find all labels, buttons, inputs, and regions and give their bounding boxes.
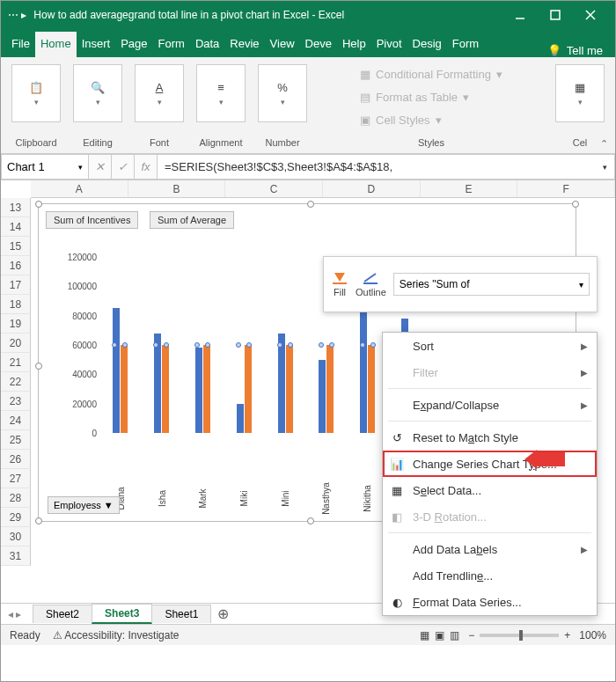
clipboard-button[interactable]: 📋▾ <box>11 64 61 122</box>
row-header[interactable]: 21 <box>1 353 31 372</box>
row-header[interactable]: 26 <box>1 450 31 469</box>
tab-page[interactable]: Page <box>115 32 152 57</box>
sheet-tab-sheet1[interactable]: Sheet1 <box>151 605 211 623</box>
font-icon: A <box>156 81 164 94</box>
cancel-formula-button[interactable]: ✕ <box>89 154 112 180</box>
tab-data[interactable]: Data <box>190 32 224 57</box>
series-selector[interactable]: Series "Sum of▾ <box>393 273 590 296</box>
menu-add-data-labels[interactable]: Add Data Labels▶ <box>383 536 597 562</box>
name-box[interactable]: Chart 1▾ <box>1 154 89 180</box>
font-label: Font <box>150 137 169 148</box>
collapse-ribbon-icon[interactable]: ⌃ <box>600 138 608 150</box>
row-header[interactable]: 23 <box>1 392 31 411</box>
menu-reset-match-style[interactable]: ↺Reset to Match Style <box>383 424 597 451</box>
row-header[interactable]: 17 <box>1 275 31 295</box>
sheet-nav[interactable]: ◂ ▸ <box>8 608 40 620</box>
tab-pivot[interactable]: Pivot <box>371 32 407 57</box>
column-header[interactable]: A <box>31 180 128 197</box>
row-header[interactable]: 31 <box>1 546 31 566</box>
number-button[interactable]: %▾ <box>258 64 307 122</box>
column-header[interactable]: B <box>128 180 226 197</box>
editing-label: Editing <box>83 137 113 148</box>
row-header[interactable]: 13 <box>1 198 31 217</box>
menu-select-data[interactable]: ▦Select Data... <box>383 477 597 503</box>
outline-button[interactable]: Outline <box>356 271 386 297</box>
row-header[interactable]: 30 <box>1 527 31 546</box>
menu-add-trendline[interactable]: Add Trendline... <box>383 562 597 589</box>
outline-icon <box>362 271 379 285</box>
fx-button[interactable]: fx <box>135 154 158 180</box>
editing-button[interactable]: 🔍▾ <box>73 64 122 122</box>
row-header[interactable]: 16 <box>1 256 31 275</box>
view-pagelayout-button[interactable]: ▣ <box>435 629 444 642</box>
tab-developer[interactable]: Deve <box>300 32 337 57</box>
menu-sort[interactable]: Sort▶ <box>383 333 597 359</box>
tab-view[interactable]: View <box>265 32 300 57</box>
row-header[interactable]: 18 <box>1 295 31 314</box>
font-button[interactable]: A▾ <box>135 64 184 122</box>
tab-formulas[interactable]: Form <box>153 32 190 57</box>
tab-design[interactable]: Desig <box>407 32 447 57</box>
menu-format-data-series[interactable]: ◐Format Data Series... <box>383 589 597 615</box>
quick-access[interactable]: ⋯ ▸ <box>8 9 26 21</box>
accessibility-status[interactable]: ⚠ Accessibility: Investigate <box>53 629 180 642</box>
resize-handle[interactable] <box>35 517 42 524</box>
row-header[interactable]: 19 <box>1 314 31 334</box>
menu-3d-rotation: ◧3-D Rotation... <box>383 503 597 530</box>
zoom-value[interactable]: 100% <box>579 629 606 642</box>
column-header[interactable]: D <box>323 180 421 197</box>
svg-rect-1 <box>551 11 560 19</box>
format-as-table-button[interactable]: ▤Format as Table ▾ <box>360 87 502 106</box>
tab-home[interactable]: Home <box>35 32 77 57</box>
column-header[interactable]: F <box>517 180 615 197</box>
column-headers[interactable]: ABCDEF <box>31 180 615 198</box>
tell-me[interactable]: 💡 Tell me <box>540 44 610 57</box>
sheet-tab-sheet3[interactable]: Sheet3 <box>92 604 152 624</box>
row-header[interactable]: 27 <box>1 469 31 488</box>
view-pagebreak-button[interactable]: ▥ <box>450 629 459 642</box>
resize-handle[interactable] <box>35 363 42 370</box>
row-header[interactable]: 15 <box>1 237 31 256</box>
resize-handle[interactable] <box>35 201 42 208</box>
resize-handle[interactable] <box>307 201 314 208</box>
cell-styles-button[interactable]: ▣Cell Styles ▾ <box>360 110 502 129</box>
close-button[interactable] <box>573 3 608 27</box>
row-header[interactable]: 25 <box>1 430 31 450</box>
sheet-tab-sheet2[interactable]: Sheet2 <box>33 605 92 623</box>
tab-review[interactable]: Revie <box>224 32 264 57</box>
tab-format[interactable]: Form <box>447 32 484 57</box>
row-header[interactable]: 14 <box>1 217 31 237</box>
conditional-formatting-button[interactable]: ▦Conditional Formatting ▾ <box>360 64 502 84</box>
row-header[interactable]: 24 <box>1 411 31 430</box>
row-header[interactable]: 20 <box>1 334 31 353</box>
pivot-field-incentives[interactable]: Sum of Incentives <box>46 211 138 229</box>
row-header[interactable]: 28 <box>1 488 31 508</box>
column-header[interactable]: E <box>421 180 518 197</box>
minimize-button[interactable] <box>502 3 538 27</box>
tab-help[interactable]: Help <box>337 32 371 57</box>
formula-input[interactable]: =SERIES(Sheet3!$C$3,Sheet3!$A$4:$A$18,▾ <box>158 154 615 180</box>
row-header[interactable]: 22 <box>1 372 31 392</box>
zoom-in-button[interactable]: + <box>564 629 570 642</box>
resize-handle[interactable] <box>572 201 579 208</box>
employees-filter-button[interactable]: Employess ▼ <box>48 496 120 514</box>
pivot-field-average[interactable]: Sum of Average <box>150 211 234 229</box>
clipboard-icon: 📋 <box>29 81 43 94</box>
add-sheet-button[interactable]: ⊕ <box>210 607 236 621</box>
view-normal-button[interactable]: ▦ <box>420 629 429 642</box>
menu-expand-collapse[interactable]: Expand/Collapse▶ <box>383 392 597 418</box>
maximize-button[interactable] <box>538 3 573 27</box>
cells-button[interactable]: ▦▾ <box>555 64 605 122</box>
fill-button[interactable]: Fill <box>331 271 348 297</box>
zoom-slider[interactable] <box>480 634 559 637</box>
row-header[interactable]: 29 <box>1 508 31 527</box>
worksheet-grid[interactable]: ABCDEF 131415161718192021222324252627282… <box>1 180 615 603</box>
resize-handle[interactable] <box>307 517 314 524</box>
accept-formula-button[interactable]: ✓ <box>112 154 135 180</box>
alignment-button[interactable]: ≡▾ <box>196 64 246 122</box>
zoom-out-button[interactable]: − <box>468 629 474 642</box>
tab-file[interactable]: File <box>6 32 35 57</box>
row-headers[interactable]: 13141516171819202122232425262728293031 <box>1 198 31 566</box>
tab-insert[interactable]: Insert <box>77 32 116 57</box>
column-header[interactable]: C <box>225 180 323 197</box>
